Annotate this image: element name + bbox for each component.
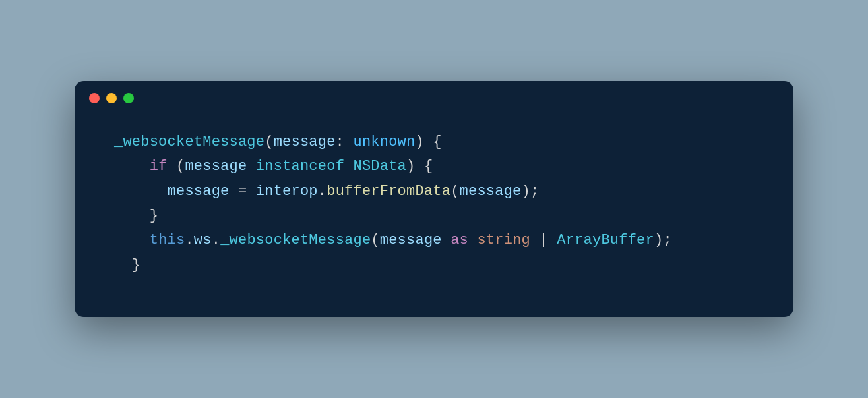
titlebar bbox=[75, 81, 793, 110]
maximize-button[interactable] bbox=[123, 93, 134, 103]
code-line-5: this.ws._websocketMessage(message as str… bbox=[114, 228, 760, 252]
minimize-button[interactable] bbox=[106, 93, 117, 103]
code-line-3: message = interop.bufferFromData(message… bbox=[114, 179, 760, 204]
code-line-6: } bbox=[114, 253, 760, 277]
code-line-1: _websocketMessage(message: unknown) { bbox=[114, 130, 760, 154]
close-button[interactable] bbox=[89, 93, 100, 103]
code-block: _websocketMessage(message: unknown) { if… bbox=[75, 110, 793, 291]
code-window: _websocketMessage(message: unknown) { if… bbox=[75, 81, 793, 317]
code-line-4: } bbox=[114, 204, 760, 228]
code-line-2: if (message instanceof NSData) { bbox=[114, 154, 760, 179]
